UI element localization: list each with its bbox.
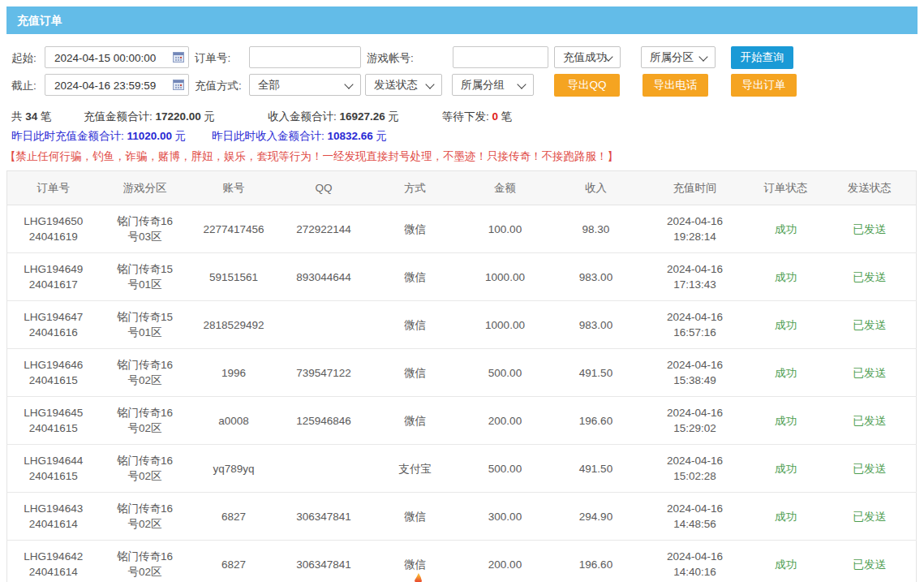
cell-qq: 306347841	[277, 493, 371, 541]
calendar-icon[interactable]	[173, 80, 184, 90]
yesterday-recharge-value: 11020.00	[127, 130, 173, 142]
chevron-down-icon	[517, 80, 526, 88]
recharge-total-value: 17220.00	[156, 110, 201, 123]
table-row: LHG19464524041615铭门传奇16号02区a000812594684…	[7, 397, 917, 445]
cell-qq: 306347841	[277, 541, 371, 582]
cell-amount: 200.00	[460, 541, 551, 582]
cell-order_no: LHG19464524041615	[7, 397, 100, 445]
cell-income: 294.90	[551, 493, 642, 541]
pending-group: 等待下发: 0 笔	[442, 110, 512, 124]
game-account-input[interactable]	[453, 46, 548, 68]
warning-text: 【禁止任何行骗，钓鱼，诈骗，赌博，胖妞，娱乐，套现等行为！一经发现直接封号处理，…	[5, 149, 618, 164]
table-row: LHG19464924041617铭门传奇15号01区5915156189304…	[7, 253, 917, 301]
cell-qq	[277, 301, 371, 349]
send-status-selected: 发送状态	[374, 79, 418, 91]
orders-table: 订单号游戏分区账号QQ方式金额收入充值时间订单状态发送状态 LHG1946502…	[6, 170, 917, 582]
chevron-down-icon	[425, 80, 434, 88]
column-header-2: 账号	[191, 171, 277, 205]
table-row: LHG19465024041619铭门传奇16号03区2277417456272…	[7, 205, 917, 253]
cell-amount: 1000.00	[460, 253, 551, 301]
total-count-group: 共 34 笔	[11, 110, 52, 124]
cell-order_no: LHG19464724041616	[7, 301, 100, 349]
cell-qq: 739547122	[277, 349, 371, 397]
cell-time: 2024-04-16 17:13:43	[642, 253, 749, 301]
cell-method: 支付宝	[371, 445, 460, 493]
cell-time: 2024-04-16 16:57:16	[642, 301, 749, 349]
cell-account: 59151561	[191, 253, 277, 301]
export-phone-button[interactable]: 导出电话	[643, 74, 708, 97]
cell-send_status: 已发送	[823, 205, 917, 253]
yesterday-income-value: 10832.66	[328, 130, 373, 142]
order-status-select[interactable]: 充值成功	[554, 46, 621, 68]
chevron-down-icon	[344, 80, 353, 88]
cell-account: 2818529492	[191, 301, 277, 349]
cell-account: 2277417456	[191, 205, 277, 253]
cell-income: 983.00	[551, 253, 642, 301]
cell-send_status: 已发送	[823, 253, 917, 301]
export-qq-button[interactable]: 导出QQ	[554, 74, 620, 97]
cell-account: 1996	[191, 349, 277, 397]
cell-qq: 893044644	[277, 253, 371, 301]
send-status-select[interactable]: 发送状态	[365, 74, 442, 96]
table-row: LHG19464624041615铭门传奇16号02区1996739547122…	[7, 349, 917, 397]
cell-zone: 铭门传奇16号02区	[100, 541, 191, 582]
column-header-6: 收入	[551, 171, 642, 205]
cell-send_status: 已发送	[823, 301, 917, 349]
cell-method: 微信	[371, 493, 460, 541]
cell-amount: 500.00	[460, 349, 551, 397]
cell-income: 196.60	[551, 397, 642, 445]
cell-account: a0008	[191, 397, 277, 445]
game-account-label: 游戏帐号:	[367, 51, 414, 66]
start-date-input[interactable]	[45, 46, 189, 68]
recharge-total-group: 充值金额合计: 17220.00 元	[84, 110, 215, 124]
cell-method: 微信	[371, 253, 460, 301]
cell-method: 微信	[371, 205, 460, 253]
page-title: 充值订单	[6, 6, 918, 34]
cell-zone: 铭门传奇16号02区	[100, 445, 191, 493]
cell-send_status: 已发送	[823, 541, 917, 582]
cell-amount: 100.00	[460, 205, 551, 253]
yesterday-recharge-group: 昨日此时充值金额合计: 11020.00 元	[11, 129, 186, 144]
cell-status: 成功	[749, 253, 823, 301]
cell-time: 2024-04-16 14:48:56	[642, 493, 749, 541]
pay-method-selected: 全部	[258, 79, 280, 91]
income-total-group: 收入金额合计: 16927.26 元	[268, 110, 399, 124]
end-date-input[interactable]	[45, 74, 189, 96]
cell-amount: 1000.00	[460, 301, 551, 349]
cell-time: 2024-04-16 15:38:49	[642, 349, 749, 397]
cell-zone: 铭门传奇15号01区	[100, 253, 191, 301]
start-date-text[interactable]	[53, 48, 176, 68]
table-row: LHG19464224041614铭门传奇16号02区6827306347841…	[7, 541, 917, 582]
cell-income: 983.00	[551, 301, 642, 349]
column-header-4: 方式	[371, 171, 460, 205]
group-select[interactable]: 所属分组	[452, 74, 534, 96]
order-no-input[interactable]	[249, 46, 361, 68]
cell-order_no: LHG19464224041614	[7, 541, 100, 582]
cell-amount: 300.00	[460, 493, 551, 541]
recharge-orders-page: 充值订单 起始: 订单号: 游戏帐号: 充值成功 所属分区 开始查询 截止:	[0, 0, 924, 582]
cell-time: 2024-04-16 19:28:14	[642, 205, 749, 253]
zone-select[interactable]: 所属分区	[641, 46, 716, 68]
total-count: 34	[25, 110, 37, 123]
column-header-7: 充值时间	[642, 171, 749, 205]
cell-account: yq789yq	[191, 445, 277, 493]
search-button[interactable]: 开始查询	[731, 46, 793, 69]
pending-count: 0	[492, 110, 499, 123]
pay-method-select[interactable]: 全部	[249, 74, 361, 96]
order-status-selected: 充值成功	[563, 51, 607, 63]
cell-income: 196.60	[551, 541, 642, 582]
group-selected: 所属分组	[461, 79, 505, 91]
cell-order_no: LHG19464424041615	[7, 445, 100, 493]
column-header-0: 订单号	[7, 171, 100, 205]
cell-send_status: 已发送	[823, 397, 917, 445]
filter-row-1: 起始: 订单号: 游戏帐号: 充值成功 所属分区 开始查询	[0, 46, 924, 69]
end-date-text[interactable]	[53, 75, 176, 96]
calendar-icon[interactable]	[173, 52, 184, 63]
cell-send_status: 已发送	[823, 445, 917, 493]
cell-status: 成功	[749, 541, 823, 582]
export-order-button[interactable]: 导出订单	[731, 74, 797, 97]
cell-qq: 125946846	[277, 397, 371, 445]
cell-method: 微信	[371, 397, 460, 445]
cell-order_no: LHG19464924041617	[7, 253, 100, 301]
cell-zone: 铭门传奇15号01区	[100, 301, 191, 349]
